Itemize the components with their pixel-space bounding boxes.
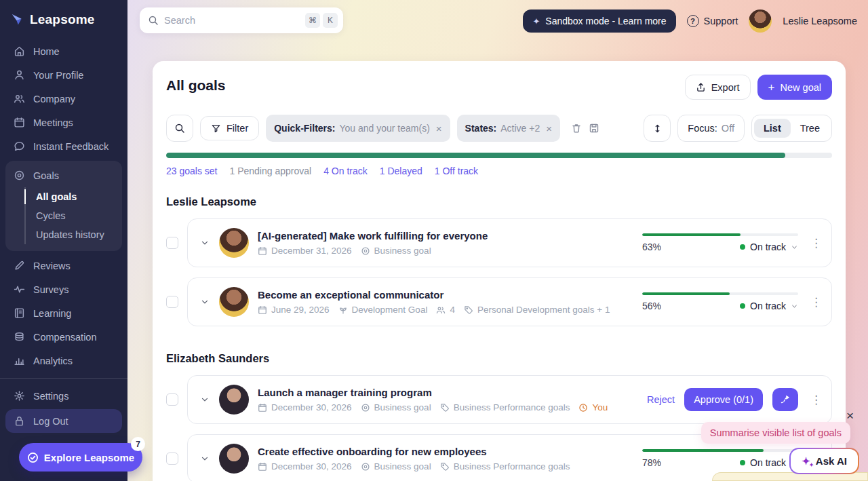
- search-icon: [174, 123, 185, 134]
- sidebar-item-all-goals[interactable]: All goals: [26, 187, 122, 206]
- people-icon: [436, 305, 446, 315]
- sidebar-item-label: Log Out: [33, 416, 68, 427]
- goal-menu-icon[interactable]: ⋮: [810, 237, 822, 249]
- goal-text: Become an exceptional communicator June …: [258, 289, 610, 315]
- sparkle-icon: ✦: [532, 17, 540, 26]
- sidebar-item-learning[interactable]: Learning: [0, 301, 127, 325]
- cascade-goal-button[interactable]: [772, 388, 798, 411]
- focus-toggle-button[interactable]: Focus: Off: [677, 115, 745, 142]
- sidebar-item-analytics[interactable]: Analytics: [0, 349, 127, 372]
- goal-status-dropdown[interactable]: On track: [740, 242, 798, 252]
- reject-button[interactable]: Reject: [647, 394, 675, 405]
- new-goal-button[interactable]: + New goal: [757, 75, 832, 100]
- filter-button[interactable]: Filter: [200, 116, 259, 140]
- delete-filters-icon[interactable]: [571, 123, 582, 134]
- view-list-tab[interactable]: List: [754, 119, 791, 138]
- goal-menu-icon[interactable]: ⋮: [810, 296, 822, 308]
- sidebar-item-goals[interactable]: Goals: [5, 163, 122, 187]
- states-chip[interactable]: States: Active +2 ×: [457, 115, 560, 142]
- sidebar-item-meetings[interactable]: Meetings: [0, 111, 127, 134]
- goal-type: Business goal: [361, 461, 431, 472]
- stat-goals-set[interactable]: 23 goals set: [166, 166, 218, 176]
- user-avatar[interactable]: [749, 9, 772, 33]
- remove-chip-icon[interactable]: ×: [436, 123, 442, 134]
- quick-filters-chip[interactable]: Quick-Filters: You and your team(s) ×: [266, 115, 450, 142]
- stat-on-track[interactable]: 4 On track: [323, 166, 368, 176]
- view-tree-tab[interactable]: Tree: [791, 119, 829, 138]
- chevron-down-icon[interactable]: [200, 297, 210, 307]
- goal-tags: Business Performance goals: [440, 461, 570, 472]
- save-filters-icon[interactable]: [589, 123, 599, 134]
- goal-card[interactable]: Launch a manager training program Decemb…: [187, 375, 832, 424]
- goal-type: Development Goal: [338, 305, 428, 315]
- chevron-down-icon: [791, 303, 798, 310]
- goal-checkbox[interactable]: [166, 237, 178, 249]
- stat-off-track[interactable]: 1 Off track: [435, 166, 478, 176]
- explore-leapsome-button[interactable]: Explore Leapsome 7: [19, 443, 142, 472]
- goal-text: Launch a manager training program Decemb…: [258, 387, 608, 412]
- goal-title: Become an exceptional communicator: [258, 289, 610, 301]
- goal-title: [AI-generated] Make work fulfilling for …: [258, 230, 488, 242]
- sidebar-item-surveys[interactable]: Surveys: [0, 277, 127, 301]
- sidebar-item-label: Settings: [33, 391, 68, 402]
- sidebar-item-cycles[interactable]: Cycles: [26, 206, 122, 225]
- stat-pending-approval[interactable]: 1 Pending approval: [230, 166, 312, 176]
- goal-meta: December 31, 2026 Business goal: [258, 246, 488, 256]
- expand-collapse-button[interactable]: [644, 115, 671, 142]
- sidebar-item-log-out[interactable]: Log Out: [5, 409, 122, 433]
- search-input[interactable]: [164, 15, 302, 26]
- calendar-icon: [258, 403, 267, 412]
- user-name[interactable]: Leslie Leapsome: [783, 16, 857, 26]
- list-search-button[interactable]: [166, 115, 193, 142]
- explore-leapsome-label: Explore Leapsome: [44, 452, 134, 463]
- goal-checkbox[interactable]: [166, 453, 178, 465]
- stat-delayed[interactable]: 1 Delayed: [380, 166, 422, 176]
- goal-text: Create effective onboarding for new empl…: [258, 446, 570, 472]
- goal-due-date: December 30, 2026: [258, 402, 352, 412]
- sandbox-mode-button[interactable]: ✦ Sandbox mode - Learn more: [523, 9, 675, 33]
- header-actions: Export + New goal: [685, 75, 832, 100]
- global-search[interactable]: ⌘ K: [140, 7, 343, 33]
- goal-meta: December 30, 2026 Business goal Business…: [258, 461, 570, 472]
- ai-suggestion-tooltip[interactable]: Summarise visible list of goals: [701, 422, 850, 444]
- sidebar-item-label: Your Profile: [33, 70, 83, 81]
- goal-type: Business goal: [361, 246, 431, 256]
- approve-button[interactable]: Approve (0/1): [684, 388, 763, 411]
- sidebar-item-instant-feedback[interactable]: Instant Feedback: [0, 134, 127, 158]
- sidebar-item-compensation[interactable]: Compensation: [0, 325, 127, 349]
- goal-progress: 63% On track: [642, 233, 798, 252]
- export-label: Export: [711, 82, 740, 93]
- chevron-down-icon[interactable]: [200, 395, 210, 404]
- search-icon: [148, 15, 159, 26]
- goal-menu-icon[interactable]: ⋮: [810, 394, 822, 406]
- sidebar-item-settings[interactable]: Settings: [0, 384, 127, 408]
- remove-chip-icon[interactable]: ×: [546, 123, 552, 134]
- goal-owner-avatar: [219, 228, 249, 258]
- chevron-down-icon[interactable]: [200, 238, 210, 248]
- close-icon[interactable]: ×: [846, 409, 854, 422]
- topbar-right: ✦ Sandbox mode - Learn more ? Support Le…: [523, 9, 857, 33]
- chevron-down-icon[interactable]: [200, 454, 210, 463]
- goal-checkbox[interactable]: [166, 296, 178, 308]
- sidebar-item-reviews[interactable]: Reviews: [0, 254, 127, 277]
- goal-card[interactable]: Become an exceptional communicator June …: [187, 277, 832, 326]
- leapsome-logo[interactable]: Leapsome: [0, 0, 127, 34]
- sidebar-item-label: Company: [33, 94, 75, 104]
- goal-title: Launch a manager training program: [258, 387, 608, 398]
- ask-ai-button[interactable]: ✦ Ask AI: [789, 448, 859, 474]
- goal-checkbox[interactable]: [166, 393, 178, 406]
- chip-value: You and your team(s): [339, 123, 429, 134]
- explore-badge: 7: [131, 437, 145, 451]
- sidebar-item-your-profile[interactable]: Your Profile: [0, 63, 127, 87]
- sidebar-item-company[interactable]: Company: [0, 87, 127, 111]
- sidebar-item-home[interactable]: Home: [0, 39, 127, 63]
- goal-percent: 78%: [642, 457, 661, 468]
- export-button[interactable]: Export: [685, 75, 751, 100]
- sidebar-item-label: Meetings: [33, 117, 73, 128]
- goal-card[interactable]: [AI-generated] Make work fulfilling for …: [187, 218, 832, 267]
- sidebar-item-updates-history[interactable]: Updates history: [26, 225, 122, 244]
- all-goals-panel: All goals Export + New goal Filter Quick…: [153, 61, 846, 481]
- support-button[interactable]: ? Support: [687, 15, 738, 27]
- cmd-keycap: ⌘: [305, 13, 320, 28]
- goal-status-dropdown[interactable]: On track: [740, 301, 798, 311]
